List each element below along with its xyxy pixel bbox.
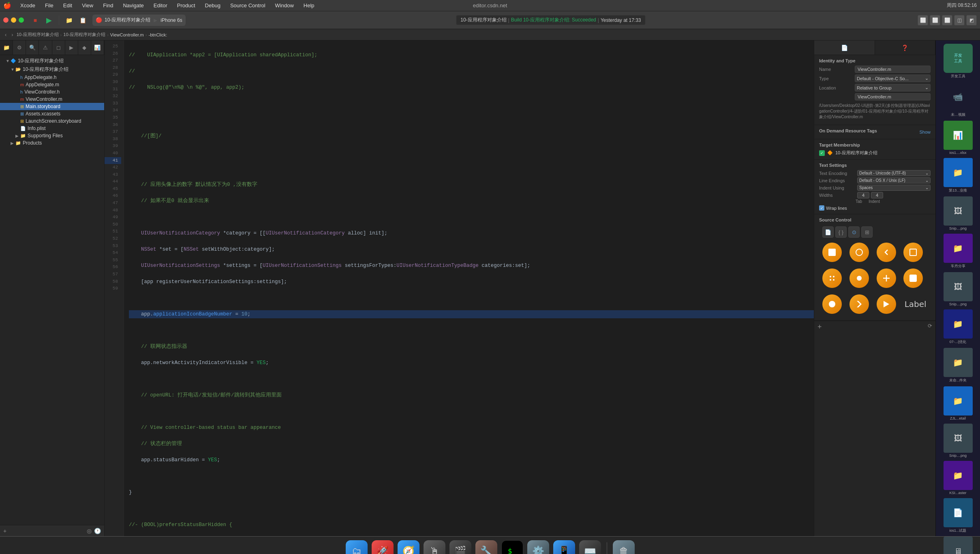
tree-viewcontrollerh[interactable]: ▶ h ViewController.h xyxy=(0,88,104,96)
wrap-checkbox-control[interactable]: ✓ xyxy=(819,205,824,211)
tree-mainstoryboard[interactable]: ▶ ⊞ Main.storyboard xyxy=(0,103,104,110)
dock-safari[interactable]: 🧭 xyxy=(398,540,419,554)
dock-keyboard[interactable]: ⌨️ xyxy=(579,540,601,554)
ts-encoding-select[interactable]: Default - Unicode (UTF-8) ⌄ xyxy=(857,170,931,176)
sc-icon-6[interactable] xyxy=(849,268,873,288)
filter-btn[interactable]: ◎ xyxy=(87,528,92,534)
sc-icon-4[interactable] xyxy=(903,243,927,262)
tree-infoplist[interactable]: ▶ 📄 Info.plist xyxy=(0,125,104,132)
tree-assets[interactable]: ▶ ⊠ Assets.xcassets xyxy=(0,110,104,117)
nav-tab-reports[interactable]: 📊 xyxy=(91,40,104,55)
code-lines[interactable]: // UIApplication *app2 = [UIApplication … xyxy=(124,40,814,536)
add-file-btn[interactable]: + xyxy=(3,528,6,534)
field-location-select[interactable]: Relative to Group ⌄ xyxy=(855,84,931,92)
menu-edit[interactable]: Edit xyxy=(61,2,75,9)
sc-label-item[interactable]: Label xyxy=(903,294,927,314)
desktop-icon-snip2[interactable]: 🖼 Snip....png xyxy=(944,272,973,306)
sc-bottom-refresh-btn[interactable]: ⟳ xyxy=(928,323,932,331)
sc-icon-9[interactable] xyxy=(822,294,846,314)
version-view-btn[interactable]: ◩ xyxy=(966,15,977,26)
sc-btn-grid[interactable]: ⊞ xyxy=(861,226,873,238)
dock-tools[interactable]: 🔧 xyxy=(475,540,497,554)
desktop-icon-devtools[interactable]: 开发工具 开发工具 xyxy=(944,44,973,79)
breadcrumb-symbol[interactable]: -btnClick: xyxy=(148,32,167,37)
sc-btn-code[interactable]: { } xyxy=(835,226,847,238)
tree-products[interactable]: ▶ 📁 Products xyxy=(0,139,104,147)
desktop-icon-desktop[interactable]: 🖥 桌面 xyxy=(944,537,973,554)
tree-group[interactable]: ▼ 📂 10-应用程序对象介绍 xyxy=(0,65,104,74)
menu-window[interactable]: Window xyxy=(273,2,296,9)
tree-viewcontrollerm[interactable]: ▶ m ViewController.m xyxy=(0,96,104,103)
field-type-select[interactable]: Default - Objective-C So... ⌄ xyxy=(855,75,931,82)
breadcrumb-forward-btn[interactable]: › xyxy=(10,32,15,38)
insp-tab-quick-help[interactable]: ❓ xyxy=(875,40,936,55)
utilities-view-btn[interactable]: ⬜ xyxy=(942,15,952,26)
sc-icon-10[interactable] xyxy=(849,294,873,314)
desktop-icon-video[interactable]: 📹 未…视频 xyxy=(944,82,973,117)
show-link[interactable]: Show xyxy=(919,130,931,134)
ts-tab-input[interactable]: 4 xyxy=(857,192,869,198)
assistant-view-btn[interactable]: ◫ xyxy=(954,15,965,26)
menu-help[interactable]: Help xyxy=(301,2,317,9)
activity-toggle[interactable]: 📋 xyxy=(77,15,88,26)
sc-icon-7[interactable] xyxy=(877,268,901,288)
ts-indent-input[interactable]: 4 xyxy=(871,192,883,198)
breadcrumb-project[interactable]: 10-应用程序对象介绍 xyxy=(17,32,59,38)
target-checkbox[interactable]: ✓ xyxy=(819,150,825,156)
menu-debug[interactable]: Debug xyxy=(203,2,223,9)
desktop-icon-13[interactable]: 📁 第13...业推 xyxy=(944,158,973,193)
apple-icon[interactable]: 🍎 xyxy=(3,2,11,9)
close-button[interactable] xyxy=(3,17,9,23)
navigator-view-btn[interactable]: ⬜ xyxy=(918,15,928,26)
field-name-value[interactable]: ViewController.m xyxy=(855,66,931,73)
nav-tab-files[interactable]: 📁 xyxy=(0,40,13,55)
desktop-icon-chedanshare[interactable]: 📁 车丹分享 xyxy=(944,234,973,269)
debug-view-btn[interactable]: ⬜ xyxy=(930,15,940,26)
menu-product[interactable]: Product xyxy=(175,2,198,9)
dock-appstore[interactable]: 📱 xyxy=(553,540,575,554)
sc-icon-5[interactable] xyxy=(822,268,846,288)
menu-navigate[interactable]: Navigate xyxy=(120,2,146,9)
sc-icon-11[interactable] xyxy=(877,294,901,314)
tree-supporting-files[interactable]: ▶ 📁 Supporting Files xyxy=(0,132,104,139)
tree-project-root[interactable]: ▼ 🔷 10-应用程序对象介绍 xyxy=(0,57,104,65)
dock-mouse[interactable]: 🖱 xyxy=(424,540,445,554)
run-button[interactable]: ▶ xyxy=(43,15,55,26)
desktop-icon-xlsx[interactable]: 📊 ios1....xlsx xyxy=(944,121,973,155)
sc-icon-3[interactable] xyxy=(877,243,901,262)
recent-btn[interactable]: 🕐 xyxy=(94,528,101,534)
menu-xcode[interactable]: Xcode xyxy=(18,2,38,9)
ts-lineend-select[interactable]: Default - OS X / Unix (LF) ⌄ xyxy=(857,177,931,183)
menu-find[interactable]: Find xyxy=(101,2,116,9)
nav-tab-tests[interactable]: ◻ xyxy=(52,40,65,55)
sc-icon-1[interactable] xyxy=(822,243,846,262)
nav-tab-search[interactable]: 🔍 xyxy=(26,40,39,55)
dock-launchpad[interactable]: 🚀 xyxy=(372,540,394,554)
insp-tab-file[interactable]: 📄 xyxy=(814,40,875,55)
minimize-button[interactable] xyxy=(11,17,16,23)
menu-view[interactable]: View xyxy=(79,2,96,9)
dock-finder[interactable]: 🗂 xyxy=(346,540,368,554)
desktop-icon-ksi[interactable]: 📁 KSI...aster xyxy=(944,461,973,495)
dock-terminal[interactable]: $_ xyxy=(501,540,523,554)
desktop-icon-folder1[interactable]: 📁 未命...件夹 xyxy=(944,348,973,383)
nav-tab-symbols[interactable]: ⚙ xyxy=(13,40,26,55)
maximize-button[interactable] xyxy=(19,17,24,23)
desktop-icon-zjl[interactable]: 📁 ZJL...etail xyxy=(944,386,973,420)
dock-video[interactable]: 🎬 xyxy=(449,540,471,554)
sc-icon-8[interactable] xyxy=(903,268,927,288)
menu-file[interactable]: File xyxy=(43,2,56,9)
dock-trash[interactable]: 🗑 xyxy=(613,540,635,554)
tree-appdelegatem[interactable]: ▶ m AppDelegate.m xyxy=(0,81,104,88)
tree-launchscreen[interactable]: ▶ ⊞ LaunchScreen.storyboard xyxy=(0,117,104,125)
tree-appdelegateh[interactable]: ▶ h AppDelegate.h xyxy=(0,74,104,81)
breadcrumb-back-btn[interactable]: ‹ xyxy=(3,32,8,38)
sc-btn-clock[interactable]: ⊙ xyxy=(848,226,860,238)
sc-icon-2[interactable] xyxy=(849,243,873,262)
sc-btn-file[interactable]: 📄 xyxy=(822,226,834,238)
desktop-icon-07[interactable]: 📁 07-...(优化 xyxy=(944,309,973,345)
nav-tab-breakpoints[interactable]: ◆ xyxy=(78,40,91,55)
sc-bottom-add-btn[interactable]: + xyxy=(817,323,822,331)
desktop-icon-ios1[interactable]: 📄 ios1...试题 xyxy=(944,498,973,533)
menu-source-control[interactable]: Source Control xyxy=(228,2,268,9)
